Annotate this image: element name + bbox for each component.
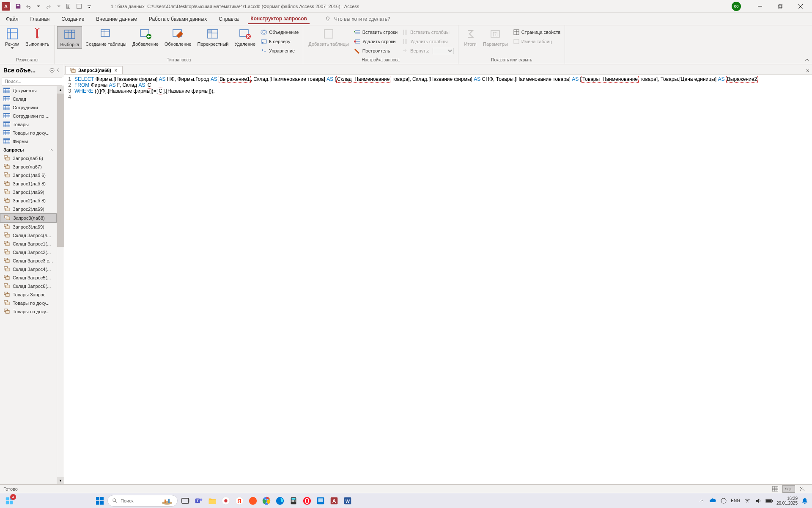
tab-file[interactable]: Файл — [3, 14, 21, 24]
tellme-input[interactable] — [334, 16, 419, 22]
save-button[interactable] — [14, 2, 23, 11]
union-button[interactable]: Объединение — [259, 28, 300, 36]
maximize-button[interactable] — [771, 0, 790, 13]
run-button[interactable]: Выполнить — [23, 26, 52, 48]
start-button[interactable] — [94, 495, 106, 507]
close-button[interactable] — [791, 0, 810, 13]
widgets-button[interactable]: 4 — [3, 495, 15, 507]
nav-query-item[interactable]: Запрос1(ла69) — [0, 188, 57, 196]
nav-category-queries[interactable]: Запросы — [0, 146, 57, 154]
addtables-button[interactable]: Добавить таблицы — [306, 26, 351, 48]
nav-search[interactable] — [2, 77, 62, 86]
deleterows-button[interactable]: Удалить строки — [352, 37, 399, 46]
nav-query-item[interactable]: Склад Запрос3 с... — [0, 257, 57, 265]
tab-create[interactable]: Создание — [59, 14, 87, 24]
nav-query-item[interactable]: Запрос3(ла69) — [0, 223, 57, 231]
app-icon-1[interactable] — [220, 495, 232, 507]
propsheet-button[interactable]: Страница свойств — [511, 28, 562, 36]
builder-button[interactable]: Построитель — [352, 47, 399, 55]
tab-home[interactable]: Главная — [28, 14, 52, 24]
scroll-down-button[interactable]: ▼ — [57, 477, 64, 484]
nav-table-item[interactable]: Документы — [0, 86, 57, 95]
nav-query-item[interactable]: Склад Запрос1(... — [0, 240, 57, 248]
qat-custom-2[interactable] — [74, 2, 84, 11]
access-taskbar-icon[interactable]: A — [328, 495, 340, 507]
yandex-icon[interactable]: Я — [233, 495, 245, 507]
nav-query-item[interactable]: Склад Запрос6(... — [0, 282, 57, 290]
taskbar-search-input[interactable] — [121, 498, 159, 503]
calc-icon[interactable] — [288, 495, 299, 507]
nav-table-item[interactable]: Фирмы — [0, 137, 57, 146]
passthrough-button[interactable]: К серверу — [259, 37, 300, 46]
teams-icon[interactable]: T — [193, 495, 205, 507]
nav-query-item[interactable]: Запрос(лаб 6) — [0, 154, 57, 163]
battery-icon[interactable] — [765, 497, 773, 505]
scroll-thumb[interactable] — [57, 94, 64, 247]
minimize-button[interactable] — [750, 0, 770, 13]
tray-icon-1[interactable] — [720, 497, 727, 505]
volume-icon[interactable] — [754, 497, 762, 505]
scroll-up-button[interactable]: ▲ — [57, 86, 64, 94]
nav-table-item[interactable]: Сотрудники — [0, 103, 57, 112]
datasheet-view-button[interactable] — [769, 485, 782, 493]
nav-collapse-icon[interactable] — [55, 68, 60, 73]
nav-query-item[interactable]: Запрос3(ла68) — [0, 213, 57, 223]
nav-table-item[interactable]: Сотрудники по ... — [0, 112, 57, 120]
nav-scrollbar[interactable]: ▲ ▼ — [57, 86, 64, 484]
nav-query-item[interactable]: Склад Запрос5(... — [0, 273, 57, 282]
tab-design[interactable]: Конструктор запросов — [248, 14, 310, 24]
taskview-button[interactable] — [179, 495, 191, 507]
nav-header[interactable]: Все объе... — [0, 64, 64, 76]
onedrive-icon[interactable] — [709, 497, 716, 505]
params-button[interactable]: [?] Параметры — [480, 26, 510, 48]
nav-query-item[interactable]: Запрос(ла67) — [0, 163, 57, 171]
view-button[interactable]: Режим — [3, 26, 22, 50]
nav-query-item[interactable]: Запрос1(лаб 8) — [0, 179, 57, 188]
account-badge[interactable]: оо — [732, 2, 741, 11]
nav-query-item[interactable]: Товары по доку... — [0, 299, 57, 307]
redo-dropdown[interactable] — [54, 2, 63, 11]
nav-query-item[interactable]: Запрос2(лаб 8) — [0, 196, 57, 205]
app-icon-3[interactable] — [315, 495, 326, 507]
undo-dropdown[interactable] — [34, 2, 43, 11]
redo-button[interactable] — [44, 2, 53, 11]
nav-search-input[interactable] — [2, 77, 64, 85]
append-button[interactable]: Добавление — [130, 26, 161, 48]
close-tab-button[interactable]: × — [114, 68, 118, 73]
qat-custom-1[interactable] — [64, 2, 74, 11]
nav-dropdown-icon[interactable] — [49, 68, 55, 73]
collapse-ribbon-button[interactable] — [804, 57, 809, 62]
insertrows-button[interactable]: Вставить строки — [352, 28, 399, 36]
opera-icon[interactable] — [301, 495, 313, 507]
edge-icon[interactable] — [274, 495, 286, 507]
nav-table-item[interactable]: Склад — [0, 95, 57, 103]
tellme-search[interactable] — [325, 16, 419, 22]
clock[interactable]: 16:29 20.01.2025 — [776, 496, 798, 505]
select-query-button[interactable]: Выборка — [57, 26, 82, 49]
wifi-icon[interactable] — [743, 497, 751, 505]
nav-query-item[interactable]: Запрос1(лаб 6) — [0, 171, 57, 179]
chrome-icon[interactable] — [261, 495, 272, 507]
language-indicator[interactable]: ENG — [731, 498, 740, 503]
totals-button[interactable]: Итоги — [461, 26, 480, 48]
close-all-button[interactable]: × — [806, 67, 809, 74]
sql-view-button[interactable]: SQL — [782, 485, 795, 493]
nav-table-item[interactable]: Товары — [0, 120, 57, 129]
nav-query-item[interactable]: Запрос2(ла69) — [0, 205, 57, 213]
nav-query-item[interactable]: Товары Запрос — [0, 290, 57, 299]
qat-customize-dropdown[interactable] — [85, 2, 94, 11]
design-view-button[interactable] — [796, 485, 809, 493]
explorer-icon[interactable] — [206, 495, 218, 507]
undo-button[interactable] — [24, 2, 33, 11]
maketable-button[interactable]: Создание таблицы — [83, 26, 129, 48]
tab-help[interactable]: Справка — [216, 14, 241, 24]
nav-query-item[interactable]: Товары по доку... — [0, 307, 57, 316]
tab-dbtools[interactable]: Работа с базами данных — [146, 14, 209, 24]
word-icon[interactable]: W — [342, 495, 354, 507]
notifications-icon[interactable] — [801, 497, 809, 505]
taskbar-search[interactable] — [107, 495, 178, 507]
app-icon-2[interactable] — [247, 495, 259, 507]
datadef-button[interactable]: Управление — [259, 47, 300, 55]
nav-query-item[interactable]: Склад Запрос2(... — [0, 248, 57, 257]
sql-editor[interactable]: 1SELECT Фирмы.[Название фирмы] AS НФ, Фи… — [64, 75, 812, 484]
